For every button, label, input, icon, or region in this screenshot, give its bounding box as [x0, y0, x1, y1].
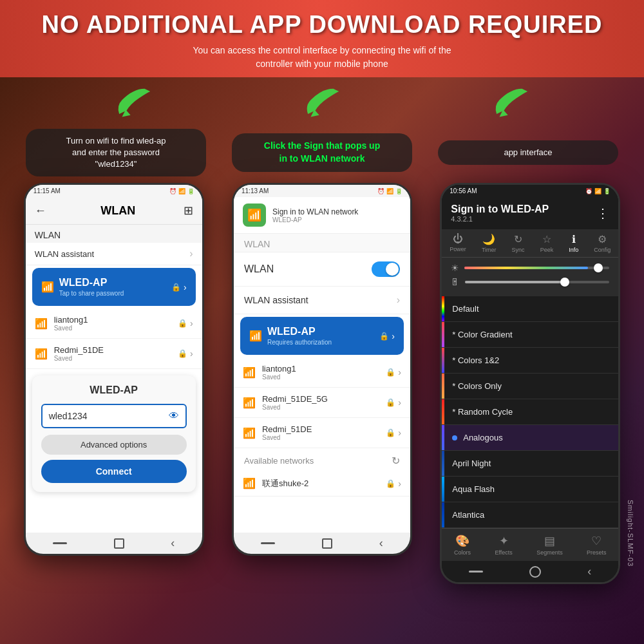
phone2-network1-sub: Saved [262, 374, 386, 381]
preset-aqua-flash[interactable]: Aqua Flash [442, 477, 618, 502]
avail-label: Available networks [244, 456, 314, 466]
phone2-network-redmi[interactable]: 📶 Redmi_51DE Saved 🔒 › [234, 418, 410, 448]
phone2-notification[interactable]: 📶 Sign in to WLAN network WLED-AP [234, 197, 410, 234]
tab-config[interactable]: ⚙ Config [594, 233, 611, 253]
advanced-options-button[interactable]: Advanced options [41, 435, 187, 455]
wled-ap-network-item[interactable]: 📶 WLED-AP Tap to share password 🔒 › [32, 268, 196, 306]
labels-row: Turn on wifi to find wled-apand enter th… [0, 129, 644, 177]
phone2-network-redmi5g[interactable]: 📶 Redmi_51DE_5G Saved 🔒 › [234, 388, 410, 418]
phone1-nav-home[interactable] [114, 538, 124, 549]
tab-info[interactable]: ℹ Info [569, 233, 578, 253]
available-networks-header: Available networks ↻ [234, 448, 410, 471]
phone3-frame: 10:56 AM ⏰📶🔋 Sign in to WLED-AP 4.3.2.1 … [440, 183, 620, 584]
arrow2 [296, 84, 348, 122]
network2-sub: Saved [54, 355, 178, 362]
arrow3 [485, 84, 536, 122]
phone2-nav-back[interactable]: ‹ [379, 536, 383, 550]
phone2-assistant-label: WLAN assistant [244, 295, 308, 305]
phone2-wled-ap-sub: Requires authorization [267, 339, 379, 346]
wled-ap-sub: Tap to share password [59, 290, 171, 297]
eye-icon[interactable]: 👁 [169, 410, 179, 422]
preset-april-night[interactable]: April Night [442, 451, 618, 477]
preset-analogous[interactable]: Analogous [442, 425, 618, 451]
bottom-tab-effects[interactable]: ✦ Effects [495, 534, 512, 556]
phone1-nav-back[interactable]: ‹ [171, 536, 175, 550]
tab-sync[interactable]: ↻ Sync [512, 233, 525, 253]
phone2-network-liantong1[interactable]: 📶 liantong1 Saved 🔒 › [234, 357, 410, 388]
phone2-bottom-nav: ‹ [234, 533, 410, 554]
assistant-chevron: › [189, 248, 193, 260]
dialog-title: WLED-AP [41, 384, 187, 396]
phone2-assistant-row[interactable]: WLAN assistant › [234, 287, 410, 314]
phone3-nav-back[interactable]: ‹ [587, 565, 591, 578]
tab-peek[interactable]: ☆ Peek [540, 233, 554, 253]
brightness-track[interactable] [464, 267, 609, 269]
phone1-frame: 11:15 AM ⏰📶🔋 ← WLAN ⊞ WLAN WLAN assistan… [24, 183, 204, 556]
connect-button[interactable]: Connect [41, 460, 187, 483]
lock-icon-1: 🔒 [178, 319, 187, 328]
chevron-p2-3: › [398, 428, 401, 438]
phone1-nav-menu[interactable] [53, 542, 67, 544]
bottom-tab-presets[interactable]: ♡ Presets [587, 534, 607, 556]
brightness-slider-row: ☀ [451, 263, 609, 273]
main-subtitle: You can access the control interface by … [13, 44, 631, 71]
wifi-icon-p2-selected: 📶 [249, 330, 262, 342]
phone2-wlan-section: WLAN [234, 234, 410, 252]
page-header: NO ADDITIONAL APP DOWNLOAD REQUIRED You … [0, 0, 644, 77]
tab-power[interactable]: ⏻ Power [450, 233, 466, 253]
phone3-status-bar: 10:56 AM ⏰📶🔋 [442, 185, 618, 197]
notif-title: Sign in to WLAN network [272, 207, 358, 216]
phone2-time: 11:13 AM [242, 187, 269, 194]
preset-color-gradient[interactable]: * Color Gradient [442, 322, 618, 348]
speed-thumb[interactable] [560, 278, 569, 287]
phone2-wled-ap[interactable]: 📶 WLED-AP Requires authorization 🔒 › [240, 317, 404, 355]
phone1-wlan-title: WLAN [53, 204, 184, 218]
network1-sub: Saved [54, 325, 178, 332]
wlan-toggle[interactable] [372, 261, 400, 277]
phone2-wlan-label: WLAN [244, 263, 274, 275]
preset-colors12-label: * Colors 1&2 [452, 355, 499, 365]
preset-colors-only[interactable]: * Colors Only [442, 374, 618, 399]
network-item-redmi[interactable]: 📶 Redmi_51DE Saved 🔒 › [26, 339, 202, 369]
preset-list: Default * Color Gradient * Colors 1&2 * … [442, 296, 618, 528]
expand-icon[interactable]: ⊞ [184, 204, 193, 218]
chevron-p2: › [392, 331, 395, 341]
phone1-status-icons: ⏰📶🔋 [169, 188, 194, 194]
refresh-icon[interactable]: ↻ [392, 455, 400, 467]
password-input-row[interactable]: wled1234 👁 [41, 404, 187, 428]
wifi-icon-1: 📶 [35, 317, 48, 330]
colors-icon: 🎨 [455, 534, 469, 548]
phone1-assistant-row[interactable]: WLAN assistant › [26, 243, 202, 265]
bottom-tab-colors[interactable]: 🎨 Colors [454, 534, 471, 556]
preset-random-cycle[interactable]: * Random Cycle [442, 399, 618, 425]
phone2-network-liantong-shuke[interactable]: 📶 联通shuke-2 🔒 › [234, 471, 410, 497]
preset-colorsonly-label: * Colors Only [452, 381, 502, 391]
config-icon: ⚙ [598, 233, 607, 245]
phone2-nav-home[interactable] [322, 538, 332, 549]
arrow1 [108, 84, 159, 122]
bottom-tab-segments[interactable]: ▤ Segments [536, 534, 563, 556]
phone3-nav-menu[interactable] [469, 571, 483, 573]
preset-atlantica[interactable]: Atlantica [442, 502, 618, 528]
back-icon[interactable]: ← [35, 204, 46, 218]
phone3-bottom-nav: ‹ [442, 561, 618, 582]
more-options-icon[interactable]: ⋮ [596, 205, 609, 221]
network-item-liantong1[interactable]: 📶 liantong1 Saved 🔒 › [26, 308, 202, 339]
speed-icon: 🎚 [451, 277, 460, 287]
watermark: Smilight-SLMF-03 [627, 500, 634, 567]
preset-colors-12[interactable]: * Colors 1&2 [442, 348, 618, 374]
tab-timer[interactable]: 🌙 Timer [482, 233, 497, 253]
speed-track[interactable] [465, 281, 609, 283]
app-bottom-nav: 🎨 Colors ✦ Effects ▤ Segments ♡ Presets [442, 528, 618, 561]
phone2-nav-menu[interactable] [261, 542, 275, 544]
preset-default[interactable]: Default [442, 296, 618, 322]
password-field[interactable]: wled1234 [49, 411, 169, 421]
brightness-fill [464, 267, 587, 269]
phone1-screen: 11:15 AM ⏰📶🔋 ← WLAN ⊞ WLAN WLAN assistan… [26, 185, 202, 533]
phone3-nav-home[interactable] [529, 566, 541, 578]
phone2-wlan-toggle-row[interactable]: WLAN [234, 252, 410, 287]
phone2-network4-name: 联通shuke-2 [262, 478, 386, 489]
segments-icon: ▤ [544, 534, 555, 548]
phone2-network2-sub: Saved [262, 404, 386, 411]
brightness-thumb[interactable] [594, 263, 603, 272]
